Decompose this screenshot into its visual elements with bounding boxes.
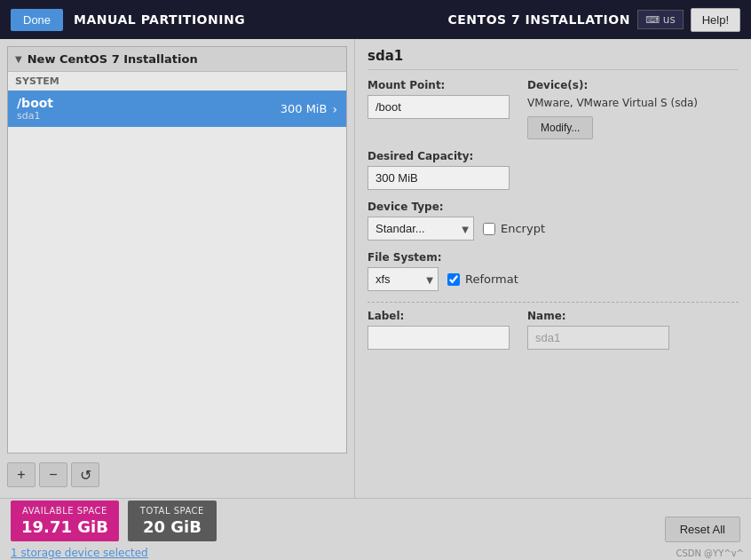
partition-sub: sda1 (17, 110, 53, 122)
installation-header-text: New CentOS 7 Installation (28, 52, 198, 66)
desired-capacity-label: Desired Capacity: (368, 150, 510, 162)
space-indicators: AVAILABLE SPACE 19.71 GiB TOTAL SPACE 20… (11, 501, 217, 541)
label-name-row: Label: Name: (368, 310, 739, 350)
filesystem-section: File System: xfs ▼ Reformat (368, 251, 739, 291)
system-label: SYSTEM (8, 72, 346, 91)
left-panel: ▼ New CentOS 7 Installation SYSTEM /boot… (0, 39, 355, 498)
collapse-icon[interactable]: ▼ (15, 54, 22, 64)
add-partition-button[interactable]: + (7, 462, 36, 487)
top-bar-left: Done MANUAL PARTITIONING (11, 9, 245, 31)
top-bar-right: CENTOS 7 INSTALLATION ⌨ us Help! (448, 8, 740, 32)
partition-size: 300 MiB › (281, 102, 337, 116)
page-title: MANUAL PARTITIONING (74, 12, 245, 27)
devices-group: Device(s): VMware, VMware Virtual S (sda… (527, 79, 739, 139)
mount-point-group: Mount Point: (368, 79, 510, 139)
install-title: CENTOS 7 INSTALLATION (448, 12, 630, 27)
filesystem-row: xfs ▼ Reformat (368, 267, 739, 291)
filesystem-select[interactable]: xfs (368, 267, 439, 291)
mount-devices-row: Mount Point: Device(s): VMware, VMware V… (368, 79, 739, 139)
encrypt-checkbox-group: Encrypt (483, 222, 545, 235)
main-content: ▼ New CentOS 7 Installation SYSTEM /boot… (0, 39, 751, 498)
name-group: Name: (527, 310, 669, 350)
keyboard-indicator[interactable]: ⌨ us (637, 10, 684, 29)
total-space-box: TOTAL SPACE 20 GiB (128, 501, 217, 541)
label-input[interactable] (368, 326, 510, 350)
devices-value: VMware, VMware Virtual S (sda) (527, 95, 739, 111)
watermark: CSDN @YY^v^ (676, 548, 744, 558)
name-input[interactable] (527, 326, 669, 350)
bottom-bar: AVAILABLE SPACE 19.71 GiB TOTAL SPACE 20… (0, 498, 751, 560)
device-type-select-wrapper: Standar... ▼ (368, 217, 474, 241)
encrypt-label: Encrypt (501, 222, 545, 235)
encrypt-checkbox[interactable] (483, 223, 495, 235)
capacity-row: Desired Capacity: (368, 150, 739, 190)
label-label: Label: (368, 310, 510, 322)
done-button[interactable]: Done (11, 9, 63, 31)
partition-name: /boot (17, 96, 53, 110)
mount-point-label: Mount Point: (368, 79, 510, 91)
bottom-left: AVAILABLE SPACE 19.71 GiB TOTAL SPACE 20… (11, 501, 217, 559)
dashed-separator (368, 302, 739, 303)
label-group: Label: (368, 310, 510, 350)
reset-all-button[interactable]: Reset All (665, 517, 740, 542)
total-space-label: TOTAL SPACE (138, 506, 206, 516)
device-type-label: Device Type: (368, 201, 739, 213)
right-panel: sda1 Mount Point: Device(s): VMware, VMw… (355, 39, 751, 498)
keyboard-lang: us (663, 13, 676, 26)
device-type-row: Standar... ▼ Encrypt (368, 217, 739, 241)
desired-capacity-input[interactable] (368, 166, 510, 190)
reformat-checkbox[interactable] (447, 273, 460, 286)
installation-header: ▼ New CentOS 7 Installation (8, 47, 346, 72)
partition-item[interactable]: /boot sda1 300 MiB › (8, 91, 346, 127)
mount-point-input[interactable] (368, 95, 510, 119)
device-type-section: Device Type: Standar... ▼ Encrypt (368, 201, 739, 241)
desired-capacity-group: Desired Capacity: (368, 150, 510, 190)
keyboard-icon: ⌨ (645, 14, 660, 26)
reformat-label: Reformat (465, 272, 518, 286)
refresh-button[interactable]: ↺ (71, 462, 99, 487)
devices-label: Device(s): (527, 79, 739, 91)
storage-link[interactable]: 1 storage device selected (11, 547, 217, 559)
name-label: Name: (527, 310, 669, 322)
help-button[interactable]: Help! (691, 8, 740, 32)
available-space-box: AVAILABLE SPACE 19.71 GiB (11, 501, 119, 541)
filesystem-label: File System: (368, 251, 739, 264)
reformat-checkbox-group: Reformat (447, 272, 518, 286)
total-space-value: 20 GiB (138, 517, 206, 536)
installation-section: ▼ New CentOS 7 Installation SYSTEM /boot… (7, 46, 347, 454)
filesystem-select-wrapper: xfs ▼ (368, 267, 439, 291)
modify-button[interactable]: Modify... (527, 116, 593, 139)
chevron-right-icon: › (332, 102, 337, 116)
partition-item-left: /boot sda1 (17, 96, 53, 122)
available-space-value: 19.71 GiB (21, 517, 108, 536)
right-panel-title: sda1 (368, 48, 739, 70)
available-space-label: AVAILABLE SPACE (21, 506, 108, 516)
top-bar: Done MANUAL PARTITIONING CENTOS 7 INSTAL… (0, 0, 751, 39)
partition-toolbar: + − ↺ (7, 459, 347, 491)
partition-size-value: 300 MiB (281, 102, 328, 115)
remove-partition-button[interactable]: − (39, 462, 67, 487)
device-type-select[interactable]: Standar... (368, 217, 474, 241)
